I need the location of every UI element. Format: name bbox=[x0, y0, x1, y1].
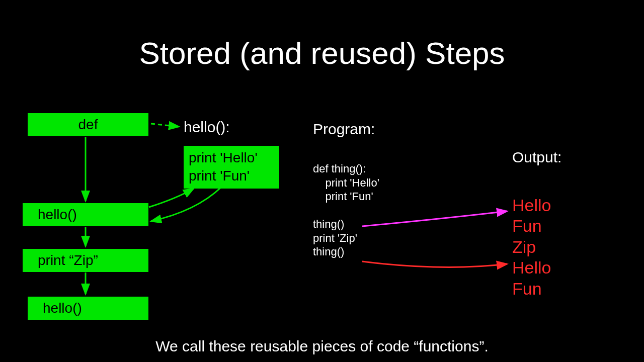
output-label: Output: bbox=[512, 149, 561, 166]
footer-caption: We call these reusable pieces of code “f… bbox=[0, 338, 644, 355]
output-text: Hello Fun Zip Hello Fun bbox=[512, 195, 551, 299]
arrow-thing1-to-output bbox=[362, 211, 507, 226]
print-zip-box: print “Zip” bbox=[23, 249, 148, 272]
function-body-box: print 'Hello' print 'Fun' bbox=[184, 146, 279, 189]
hello-declaration-label: hello(): bbox=[184, 119, 230, 136]
arrow-def-to-decl bbox=[151, 124, 179, 127]
program-label: Program: bbox=[313, 121, 375, 138]
program-code: def thing(): print 'Hello' print 'Fun' t… bbox=[313, 162, 379, 259]
body-line-1: print 'Hello' bbox=[189, 149, 274, 167]
arrow-thing2-to-output bbox=[362, 261, 507, 267]
output-line: Zip bbox=[512, 237, 551, 257]
output-line: Hello bbox=[512, 195, 551, 216]
arrow-body-to-hello1 bbox=[151, 187, 221, 221]
output-line: Fun bbox=[512, 216, 551, 236]
hello-call-1-box: hello() bbox=[23, 203, 148, 226]
hello-call-2-box: hello() bbox=[28, 297, 148, 320]
arrow-hello1-to-body bbox=[149, 189, 194, 207]
body-line-2: print 'Fun' bbox=[189, 167, 274, 185]
def-box: def bbox=[28, 113, 148, 136]
output-line: Fun bbox=[512, 279, 551, 299]
output-line: Hello bbox=[512, 257, 551, 278]
slide-title: Stored (and reused) Steps bbox=[0, 35, 644, 71]
